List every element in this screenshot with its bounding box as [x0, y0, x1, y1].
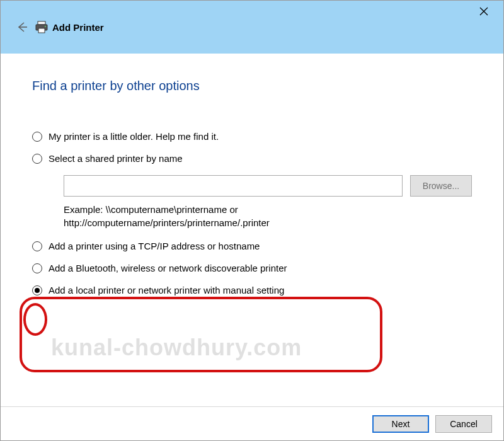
close-icon[interactable] [476, 3, 492, 20]
radio-icon[interactable] [32, 263, 42, 273]
option-label: Add a Bluetooth, wireless or network dis… [49, 263, 287, 273]
example-text: Example: \\computername\printername or h… [64, 203, 472, 229]
svg-rect-3 [38, 21, 45, 25]
shared-printer-path-input[interactable] [64, 175, 403, 197]
option-tcpip-printer[interactable]: Add a printer using a TCP/IP address or … [32, 241, 472, 251]
option-label: Add a printer using a TCP/IP address or … [49, 241, 260, 251]
annotation-circle [23, 303, 47, 336]
cancel-button[interactable]: Cancel [435, 415, 492, 433]
footer-buttons: Next Cancel [1, 406, 503, 440]
option-label: Select a shared printer by name [49, 153, 183, 164]
back-arrow-icon[interactable] [13, 18, 31, 36]
browse-button: Browse... [410, 175, 472, 197]
printer-icon [35, 20, 49, 34]
shared-printer-subsection: Browse... Example: \\computername\printe… [64, 175, 472, 229]
option-local-printer[interactable]: Add a local printer or network printer w… [32, 285, 472, 295]
radio-icon[interactable] [32, 241, 42, 251]
page-heading: Find a printer by other options [32, 79, 472, 93]
window-title: Add Printer [52, 22, 104, 33]
option-older-printer[interactable]: My printer is a little older. Help me fi… [32, 131, 472, 142]
svg-rect-5 [38, 28, 45, 33]
watermark-text: kunal-chowdhury.com [51, 335, 302, 361]
svg-point-6 [45, 26, 46, 27]
example-line: http://computername/printers/printername… [64, 216, 472, 229]
annotation-rectangle [20, 297, 382, 372]
radio-icon[interactable] [32, 285, 42, 295]
add-printer-wizard-window: Add Printer Find a printer by other opti… [0, 0, 504, 441]
example-line: Example: \\computername\printername or [64, 203, 472, 216]
option-shared-printer[interactable]: Select a shared printer by name [32, 153, 472, 164]
titlebar: Add Printer [1, 1, 503, 54]
radio-icon[interactable] [32, 132, 42, 142]
option-label: Add a local printer or network printer w… [49, 285, 284, 295]
radio-icon[interactable] [32, 154, 42, 164]
option-bluetooth-printer[interactable]: Add a Bluetooth, wireless or network dis… [32, 263, 472, 273]
content-area: Find a printer by other options My print… [1, 54, 503, 295]
option-label: My printer is a little older. Help me fi… [49, 131, 219, 142]
next-button[interactable]: Next [372, 415, 429, 433]
